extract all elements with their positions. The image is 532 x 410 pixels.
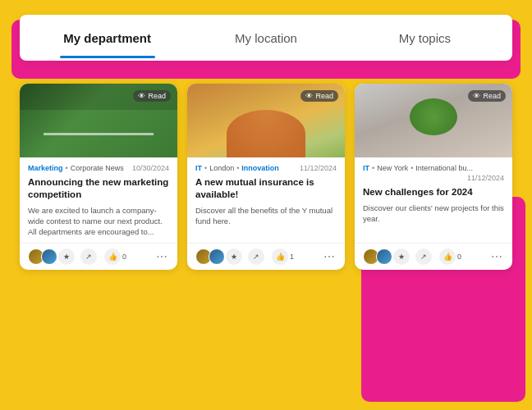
card-3-footer: ★ ↗ 👍 0 ⋯ <box>355 243 512 270</box>
card-3-body: IT • New York • International bu... 11/1… <box>355 157 512 243</box>
news-card-3: Read IT • New York • International bu...… <box>355 84 512 270</box>
card-3-like-group: 👍 0 <box>438 248 461 265</box>
card-2-tag2: London <box>209 164 234 172</box>
card-2-star-button[interactable]: ★ <box>226 248 242 265</box>
card-1-more-button[interactable]: ⋯ <box>154 249 169 264</box>
card-2-like-button[interactable]: 👍 <box>272 248 288 265</box>
tab-my-location[interactable]: My location <box>186 20 345 57</box>
card-3-date: 11/12/2024 <box>467 174 504 182</box>
page-wrapper: My department My location My topics Read… <box>0 0 532 410</box>
card-2-image: Read <box>187 84 345 157</box>
card-2-title: A new mutual insurance is available! <box>195 176 337 201</box>
card-3-read-badge: Read <box>468 90 506 102</box>
card-1-image: Read <box>20 84 177 157</box>
card-2-tag3: Innovation <box>241 164 279 172</box>
tab-my-department[interactable]: My department <box>28 20 186 57</box>
card-3-tag3: International bu... <box>415 164 473 172</box>
card-3-desc: Discover our clients' new projects for t… <box>363 203 504 238</box>
card-2-meta: IT • London • Innovation 11/12/2024 <box>195 164 337 172</box>
card-1-like-button[interactable]: 👍 <box>104 248 121 265</box>
card-3-avatars <box>363 248 388 265</box>
card-1-tag1: Marketing <box>28 164 63 172</box>
card-2-desc: Discover all the benefits of the Y mutua… <box>195 205 337 238</box>
card-3-like-button[interactable]: 👍 <box>439 248 456 265</box>
card-3-tag1: IT <box>363 164 369 172</box>
cards-section: Read Marketing • Corporate News 10/30/20… <box>16 84 516 270</box>
card-2-like-group: 👍 1 <box>270 248 294 265</box>
news-card-1: Read Marketing • Corporate News 10/30/20… <box>20 84 177 270</box>
card-1-footer: ★ ↗ 👍 0 ⋯ <box>20 243 177 270</box>
card-1-like-group: 👍 0 <box>103 248 126 265</box>
card-2-read-badge: Read <box>300 90 338 102</box>
avatar-1b <box>41 248 57 265</box>
card-2-more-button[interactable]: ⋯ <box>322 249 337 264</box>
card-1-star-button[interactable]: ★ <box>58 248 75 265</box>
card-3-image: Read <box>355 84 512 157</box>
card-2-avatars <box>195 248 220 265</box>
card-3-more-button[interactable]: ⋯ <box>489 249 504 264</box>
card-2-body: IT • London • Innovation 11/12/2024 A ne… <box>187 157 345 243</box>
card-1-read-badge: Read <box>133 90 171 102</box>
avatar-3b <box>376 248 392 265</box>
tab-bar: My department My location My topics <box>20 15 512 61</box>
news-card-2: Read IT • London • Innovation 11/12/2024… <box>187 84 345 270</box>
card-1-tag2: Corporate News <box>71 164 124 172</box>
card-3-share-button[interactable]: ↗ <box>415 248 432 265</box>
card-2-footer: ★ ↗ 👍 1 ⋯ <box>187 243 345 270</box>
card-1-title: Announcing the new marketing competition <box>28 176 169 201</box>
card-2-date: 11/12/2024 <box>300 164 337 172</box>
card-1-like-count: 0 <box>122 253 126 261</box>
avatar-2b <box>209 248 225 265</box>
card-3-tag2: New York <box>377 164 408 172</box>
card-2-like-count: 1 <box>290 253 294 261</box>
card-3-like-count: 0 <box>457 253 461 261</box>
card-1-share-button[interactable]: ↗ <box>80 248 97 265</box>
card-3-meta: IT • New York • International bu... 11/1… <box>363 164 504 182</box>
card-2-tag1: IT <box>195 164 202 172</box>
card-1-date: 10/30/2024 <box>132 164 169 172</box>
card-2-share-button[interactable]: ↗ <box>248 248 264 265</box>
card-1-body: Marketing • Corporate News 10/30/2024 An… <box>20 157 177 243</box>
card-1-avatars <box>28 248 53 265</box>
card-1-desc: We are excited to launch a company-wide … <box>28 205 169 238</box>
card-3-star-button[interactable]: ★ <box>393 248 410 265</box>
card-1-meta: Marketing • Corporate News 10/30/2024 <box>28 164 169 172</box>
card-3-title: New challenges for 2024 <box>363 186 504 198</box>
tab-my-topics[interactable]: My topics <box>346 20 504 57</box>
